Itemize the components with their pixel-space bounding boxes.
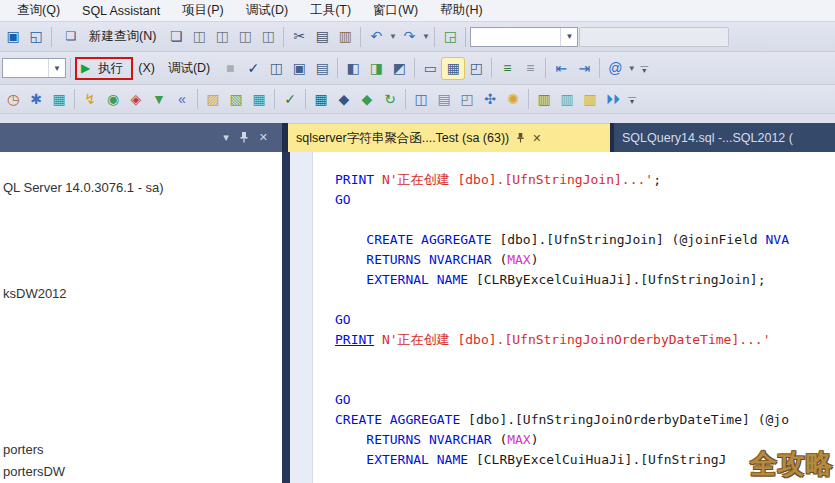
navigate-back-icon[interactable]: «: [171, 89, 193, 110]
pin-icon[interactable]: [516, 132, 525, 145]
menu-help[interactable]: 帮助(H): [429, 0, 493, 21]
options-gear-icon[interactable]: ✱: [25, 89, 47, 110]
parse-check-icon[interactable]: ✓: [242, 58, 264, 79]
toolbar1-combo[interactable]: ▼: [470, 27, 578, 47]
paste-icon[interactable]: ▥: [334, 26, 356, 47]
refresh-icon[interactable]: ↻: [379, 89, 401, 110]
green-database-icon[interactable]: ◉: [102, 89, 124, 110]
dax-query-icon[interactable]: ◫: [257, 26, 279, 47]
redo-icon[interactable]: ↷: [398, 26, 420, 47]
play-icon: ▶: [81, 61, 90, 75]
results-to-file-icon[interactable]: ◰: [465, 58, 487, 79]
chevron-down-icon[interactable]: ▼: [388, 32, 397, 41]
decrease-indent-icon[interactable]: ⇤: [550, 58, 572, 79]
results-to-text-icon[interactable]: ▭: [419, 58, 441, 79]
watermark-text: 全攻略: [750, 446, 834, 482]
gears-blue-icon[interactable]: ✣: [479, 89, 501, 110]
mdx-query-icon[interactable]: ◫: [188, 26, 210, 47]
tree-item-database-2[interactable]: porters: [3, 442, 43, 457]
execute-button[interactable]: ▶执行: [75, 57, 133, 80]
sql-editor[interactable]: PRINT N'正在创建 [dbo].[UfnStringJoin]...';G…: [290, 152, 835, 483]
debug-button[interactable]: 调试(D): [160, 59, 218, 78]
toolbar-standard: ▣◱❏新建查询(N)❏◫◫◫◫✂▤▥↶▼↷▼◲▼: [0, 22, 835, 52]
gear-gold-icon[interactable]: ✺: [502, 89, 524, 110]
table-export-icon[interactable]: ▦: [248, 89, 270, 110]
toolbar2-overflow[interactable]: —▾: [637, 63, 651, 73]
play-next-icon[interactable]: ⏵⏵: [602, 89, 624, 110]
chevron-down-icon: ▼: [560, 28, 577, 46]
menu-tools[interactable]: 工具(T): [299, 0, 362, 21]
save-all-icon[interactable]: ◱: [25, 26, 47, 47]
db-sync-icon[interactable]: ◆: [356, 89, 378, 110]
results-pane-icon[interactable]: ▤: [311, 58, 333, 79]
results-to-grid-icon[interactable]: ▦: [442, 58, 464, 79]
archive-up-icon[interactable]: ◰: [456, 89, 478, 110]
database-engine-query-icon[interactable]: ❏: [165, 26, 187, 47]
object-explorer-panel: QL Server 14.0.3076.1 - sa)ksDW2012porte…: [0, 152, 282, 483]
tab-sqlquery14[interactable]: SQLQuery14.sql -...SQL2012 (: [614, 123, 835, 152]
actual-plan-icon[interactable]: ◧: [342, 58, 364, 79]
db-copy-icon[interactable]: ◆: [333, 89, 355, 110]
close-icon[interactable]: ✕: [532, 132, 541, 145]
toolbar3-overflow[interactable]: —▾: [625, 94, 639, 104]
spellcheck-icon[interactable]: ✓: [279, 89, 301, 110]
code-line: [335, 290, 789, 310]
copy-icon[interactable]: ▤: [311, 26, 333, 47]
pipe-icon[interactable]: ▤: [433, 89, 455, 110]
comment-icon[interactable]: ≡: [496, 58, 518, 79]
execute-label: 执行: [94, 60, 127, 77]
code-line: GO: [335, 310, 789, 330]
uncomment-icon[interactable]: ≡: [519, 58, 541, 79]
menu-project[interactable]: 项目(P): [171, 0, 235, 21]
code-line: [335, 370, 789, 390]
database-combo[interactable]: ▼: [2, 58, 66, 78]
code-line: CREATE AGGREGATE [dbo].[UfnStringJoin] (…: [335, 230, 789, 250]
db-doc-gold-icon[interactable]: ▥: [579, 89, 601, 110]
sql-code: PRINT N'正在创建 [dbo].[UfnStringJoin]...';G…: [335, 170, 789, 470]
query-designer-icon[interactable]: ◲: [439, 26, 461, 47]
db-doc-green2-icon[interactable]: ▥: [556, 89, 578, 110]
chevron-down-icon[interactable]: ▼: [421, 32, 430, 41]
tree-item-database-1[interactable]: ksDW2012: [3, 286, 67, 301]
menu-sql-assistant[interactable]: SQL Assistant: [71, 2, 171, 20]
menu-window[interactable]: 窗口(W): [362, 0, 429, 21]
snippet-tree-icon[interactable]: ▼: [148, 89, 170, 110]
diagram-check-icon[interactable]: ▦: [48, 89, 70, 110]
template-parameters-icon[interactable]: @: [604, 58, 626, 79]
client-statistics-icon[interactable]: ◩: [388, 58, 410, 79]
menu-query[interactable]: 查询(Q): [6, 0, 71, 21]
cut-icon[interactable]: ✂: [288, 26, 310, 47]
code-line: EXTERNAL NAME [CLRByExcelCuiHuaJi].[UfnS…: [335, 270, 789, 290]
query-options-icon[interactable]: ▣: [288, 58, 310, 79]
history-clock-icon[interactable]: ◷: [2, 89, 24, 110]
tab-aggregate-script[interactable]: sqlserver字符串聚合函....Test (sa (63))✕: [288, 123, 610, 152]
estimated-plan-icon[interactable]: ◫: [265, 58, 287, 79]
new-query-button[interactable]: ❏新建查询(N): [56, 25, 164, 48]
tree-item-database-3[interactable]: portersDW: [3, 464, 65, 479]
undo-icon[interactable]: ↶: [365, 26, 387, 47]
pin-icon[interactable]: [239, 131, 249, 145]
debug-button-label: 调试(D): [164, 60, 214, 77]
menu-debug[interactable]: 调试(D): [235, 0, 299, 21]
org-diagram-icon[interactable]: ◫: [410, 89, 432, 110]
open-folder-icon[interactable]: ▨: [202, 89, 224, 110]
live-statistics-icon[interactable]: ◨: [365, 58, 387, 79]
sql-stamp-icon[interactable]: ◈: [125, 89, 147, 110]
excel-icon[interactable]: ▦: [310, 89, 332, 110]
chevron-down-icon[interactable]: ▾: [223, 131, 229, 144]
increase-indent-icon[interactable]: ⇥: [573, 58, 595, 79]
stop-icon[interactable]: ■: [219, 58, 241, 79]
dmx-query-icon[interactable]: ◫: [211, 26, 233, 47]
folder-code-icon[interactable]: ▧: [225, 89, 247, 110]
close-icon[interactable]: ✕: [259, 131, 268, 144]
xmla-query-icon[interactable]: ◫: [234, 26, 256, 47]
toolbar-sql-editor: ▼▶执行(X)调试(D)■✓◫▣▤◧◨◩▭▦◰≡≡⇤⇥@▼—▾: [0, 52, 835, 85]
toolbar-separator: [599, 58, 600, 78]
tree-item-server[interactable]: QL Server 14.0.3076.1 - sa): [3, 180, 164, 195]
chevron-down-icon[interactable]: ▼: [627, 64, 636, 73]
db-doc-green-icon[interactable]: ▥: [533, 89, 555, 110]
sql-flash-icon[interactable]: ↯: [79, 89, 101, 110]
toolbar1-field[interactable]: [579, 27, 729, 47]
panel-splitter[interactable]: [282, 152, 290, 483]
save-icon[interactable]: ▣: [2, 26, 24, 47]
